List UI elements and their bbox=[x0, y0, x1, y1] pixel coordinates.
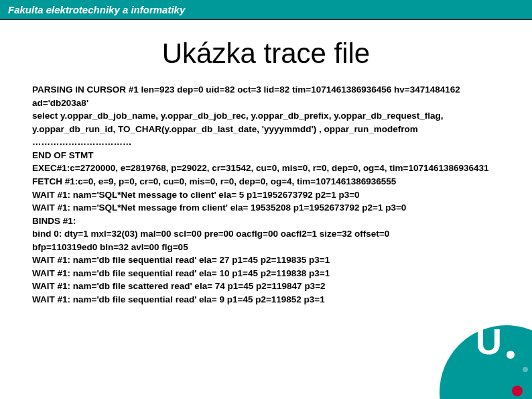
title-area: Ukázka trace file bbox=[0, 20, 532, 83]
trace-line: FETCH #1:c=0, e=9, p=0, cr=0, cu=0, mis=… bbox=[32, 175, 500, 188]
logo-circle-icon bbox=[440, 325, 532, 399]
logo-dot-icon bbox=[523, 367, 528, 372]
trace-line: EXEC#1:c=2720000, e=2819768, p=29022, cr… bbox=[32, 162, 500, 175]
trace-line: WAIT #1: nam='db file sequential read' e… bbox=[32, 267, 500, 280]
header-bar: Fakulta elektrotechniky a informatiky bbox=[0, 0, 532, 20]
trace-line: WAIT #1: nam='SQL*Net message from clien… bbox=[32, 201, 500, 215]
trace-line: PARSING IN CURSOR #1 len=923 dep=0 uid=8… bbox=[32, 83, 500, 109]
trace-line: select y.oppar_db_job_name, y.oppar_db_j… bbox=[32, 109, 500, 135]
slide-title: Ukázka trace file bbox=[0, 38, 532, 70]
trace-line: END OF STMT bbox=[32, 149, 500, 162]
logo-letter: U bbox=[476, 321, 502, 362]
trace-line: WAIT #1: nam='db file sequential read' e… bbox=[32, 293, 500, 306]
logo-accent-dot-icon bbox=[512, 386, 523, 396]
trace-line: …………………………… bbox=[32, 135, 500, 149]
trace-line: BINDS #1: bbox=[32, 215, 500, 228]
university-logo: U bbox=[425, 305, 532, 399]
trace-content: PARSING IN CURSOR #1 len=923 dep=0 uid=8… bbox=[0, 83, 532, 306]
trace-line: bfp=110319ed0 bln=32 avl=00 flg=05 bbox=[32, 241, 500, 254]
logo-dot-icon bbox=[507, 351, 515, 359]
trace-line: WAIT #1: nam='db file scattered read' el… bbox=[32, 280, 500, 293]
trace-line: bind 0: dty=1 mxl=32(03) mal=00 scl=00 p… bbox=[32, 227, 500, 241]
faculty-name: Fakulta elektrotechniky a informatiky bbox=[8, 4, 185, 15]
trace-line: WAIT #1: nam='SQL*Net message to client'… bbox=[32, 188, 500, 202]
trace-line: WAIT #1: nam='db file sequential read' e… bbox=[32, 253, 500, 267]
